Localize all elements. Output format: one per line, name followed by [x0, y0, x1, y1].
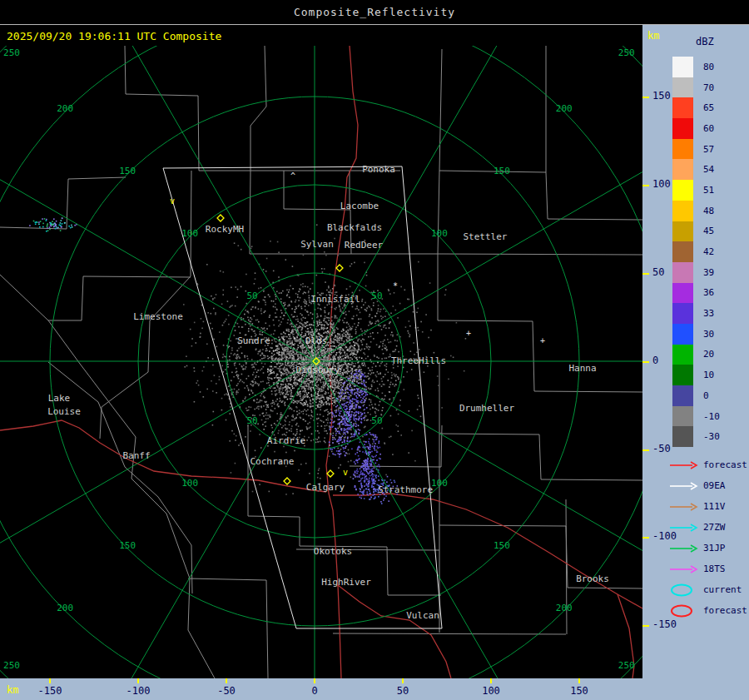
colorbar-value-label: 39 — [703, 267, 714, 278]
x-axis-tick — [402, 678, 404, 683]
city-label: Okotoks — [314, 546, 352, 557]
legend-item: 31JP — [669, 538, 747, 559]
colorbar-value-label: 0 — [703, 390, 709, 401]
x-axis-tick-label: -100 — [120, 685, 156, 697]
city-label: RedDeer — [345, 240, 384, 251]
colorbar-value-label: 33 — [703, 308, 714, 319]
colorbar-swatch — [672, 77, 693, 98]
x-axis-tick-label: -150 — [32, 685, 68, 697]
arrow-icon — [669, 479, 699, 493]
range-ring-label: 150 — [494, 166, 510, 176]
map-marker-icon: v — [170, 196, 175, 206]
colorbar-entry: 30 — [672, 324, 720, 345]
colorbar-swatch — [672, 159, 693, 180]
city-label: Lacombe — [340, 201, 379, 211]
x-axis-tick-label: 100 — [473, 685, 509, 697]
range-ring-label: 200 — [57, 603, 73, 613]
y-axis-tick — [642, 185, 649, 186]
colorbar-swatch — [672, 426, 693, 447]
legend-item: 09EA — [669, 475, 747, 496]
city-label: Drumheller — [459, 403, 515, 414]
range-ring-label: 150 — [119, 166, 136, 176]
range-ring-label: 250 — [618, 47, 635, 58]
colorbar-swatch — [672, 57, 693, 77]
x-axis: km -150-100-50050100150 — [0, 678, 642, 700]
ellipse-icon — [669, 604, 699, 618]
colorbar-title: dBZ — [696, 36, 714, 47]
city-label: Limestone — [133, 311, 183, 322]
legend-item: 18TS — [669, 559, 747, 579]
y-axis-tick-label: 0 — [652, 355, 658, 366]
colorbar-swatch — [672, 406, 693, 427]
range-ring-label: 150 — [119, 540, 136, 551]
colorbar-value-label: 57 — [703, 144, 714, 155]
city-label: RockyMH — [206, 224, 244, 235]
site-diamond-icon — [284, 478, 290, 484]
colorbar-entry: 51 — [672, 180, 720, 201]
colorbar-swatch — [672, 385, 693, 406]
colorbar-value-label: 54 — [703, 164, 714, 175]
colorbar-entry: 60 — [672, 118, 720, 139]
colorbar-swatch — [672, 283, 693, 304]
city-label: Banff — [122, 450, 150, 461]
city-label: ThreeHills — [391, 355, 446, 366]
legend-item-label: forecast — [703, 459, 747, 470]
y-axis-tick-label: 100 — [652, 178, 671, 190]
radar-view[interactable]: 5010015020025050100150200250501001502002… — [0, 46, 642, 678]
y-axis-unit-label: km — [647, 30, 659, 42]
y-axis-tick — [642, 625, 649, 627]
arrow-icon — [669, 500, 699, 514]
legend-item: 111V — [669, 496, 747, 517]
colorbar-entry: 33 — [672, 303, 720, 324]
colorbar-value-label: 60 — [703, 123, 714, 134]
colorbar-entry: 57 — [672, 139, 720, 160]
range-ring-label: 200 — [556, 103, 573, 114]
legend-item: current — [669, 579, 747, 600]
colorbar-entry: 42 — [672, 241, 720, 262]
site-diamond-icon — [327, 470, 334, 477]
range-ring-label: 200 — [556, 603, 573, 613]
legend-item: 27ZW — [669, 517, 747, 538]
colorbar-swatch — [672, 139, 693, 160]
window-title: Composite_Reflectivity — [0, 0, 749, 25]
colorbar-entry: 36 — [672, 283, 720, 304]
range-ring-label: 100 — [181, 228, 198, 239]
legend-item-label: forecast — [703, 605, 747, 616]
map-marker-icon: v — [343, 468, 348, 477]
city-label: Airdrie — [267, 435, 305, 446]
ellipse-icon — [669, 583, 699, 597]
x-axis-tick-label: 0 — [296, 685, 333, 697]
range-ring-label: 50 — [371, 290, 382, 301]
x-axis-tick-label: -50 — [208, 685, 245, 697]
x-axis-unit-label: km — [7, 684, 18, 696]
x-axis-tick — [49, 678, 51, 683]
city-label: Sylvan — [300, 239, 334, 250]
colorbar-value-label: -10 — [703, 411, 720, 422]
arrow-icon — [669, 542, 699, 555]
colorbar-entry: 54 — [672, 159, 720, 180]
colorbar-value-label: 48 — [703, 206, 714, 216]
range-ring-labels: 5010015020025050100150200250501001502002… — [3, 47, 635, 671]
range-ring-label: 100 — [431, 478, 448, 489]
city-label: Calgary — [306, 482, 345, 493]
colorbar-entry: 45 — [672, 221, 720, 242]
colorbar-swatch — [672, 221, 693, 242]
city-label: Louise — [47, 406, 81, 417]
y-axis-tick — [642, 449, 649, 451]
colorbar-swatch — [672, 365, 693, 385]
map-markers: *+^+vv — [170, 171, 545, 477]
radar-canvas[interactable]: 5010015020025050100150200250501001502002… — [0, 46, 642, 678]
x-axis-tick — [578, 678, 580, 683]
colorbar-entry: 39 — [672, 262, 720, 283]
range-ring-label: 50 — [371, 415, 382, 426]
colorbar-swatch — [672, 241, 693, 262]
city-label: Blackfalds — [327, 222, 382, 233]
colorbar-entry: 48 — [672, 201, 720, 221]
city-label: Hanna — [568, 363, 596, 374]
x-axis-tick-label: 150 — [561, 685, 598, 697]
colorbar-entry: 0 — [672, 385, 720, 406]
colorbar-value-label: 10 — [703, 370, 714, 380]
colorbar-swatch — [672, 201, 693, 221]
colorbar-entry: 20 — [672, 345, 720, 365]
city-label: Brooks — [576, 573, 609, 584]
